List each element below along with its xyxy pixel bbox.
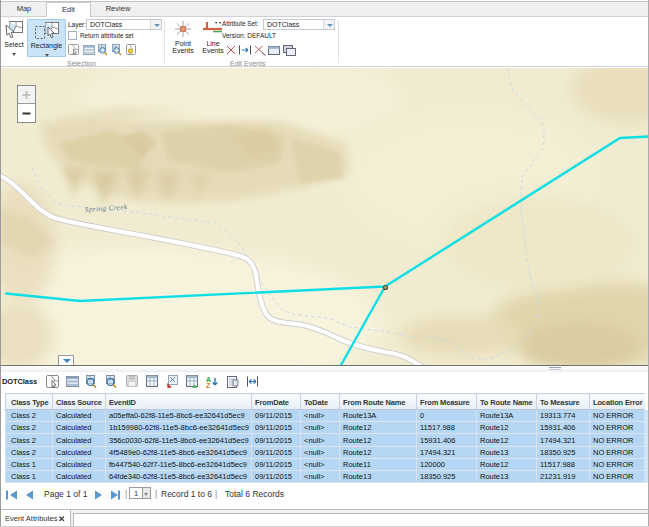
svg-text:Z: Z [206, 382, 211, 389]
